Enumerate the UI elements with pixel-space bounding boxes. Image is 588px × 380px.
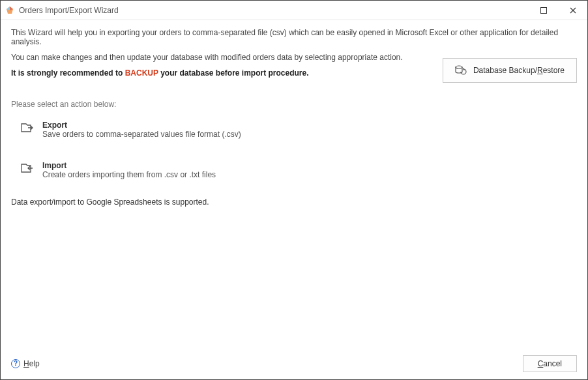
cancel-button[interactable]: Cancel xyxy=(523,355,577,372)
intro-text-1: This Wizard will help you in exporting y… xyxy=(11,28,577,46)
backup-button-label: Database Backup/Restore xyxy=(473,66,565,75)
import-action[interactable]: Import Create orders importing them from… xyxy=(11,157,350,183)
export-icon xyxy=(20,122,33,134)
maximize-button[interactable] xyxy=(529,1,558,20)
support-note: Data export/import to Google Spreadsheet… xyxy=(11,197,577,207)
section-label: Please select an action below: xyxy=(11,100,577,109)
titlebar: Orders Import/Export Wizard xyxy=(1,1,587,20)
database-backup-restore-button[interactable]: Database Backup/Restore xyxy=(443,58,577,83)
import-desc: Create orders importing them from .csv o… xyxy=(42,170,216,179)
svg-point-1 xyxy=(456,66,462,68)
export-title: Export xyxy=(42,121,241,130)
export-desc: Save orders to comma-separated values fi… xyxy=(42,130,241,139)
backup-word: BACKUP xyxy=(125,68,158,78)
wizard-content: This Wizard will help you in exporting y… xyxy=(1,20,587,352)
app-icon xyxy=(5,5,15,16)
wizard-footer: ? Help Cancel xyxy=(1,352,587,379)
export-action[interactable]: Export Save orders to comma-separated va… xyxy=(11,117,350,143)
svg-rect-0 xyxy=(540,7,546,13)
window-controls xyxy=(529,1,587,20)
close-button[interactable] xyxy=(558,1,587,20)
import-icon xyxy=(20,162,33,174)
help-link[interactable]: ? Help xyxy=(11,359,40,368)
import-title: Import xyxy=(42,161,216,170)
help-icon: ? xyxy=(11,359,20,368)
window-title: Orders Import/Export Wizard xyxy=(19,6,119,15)
database-restore-icon xyxy=(455,65,467,76)
